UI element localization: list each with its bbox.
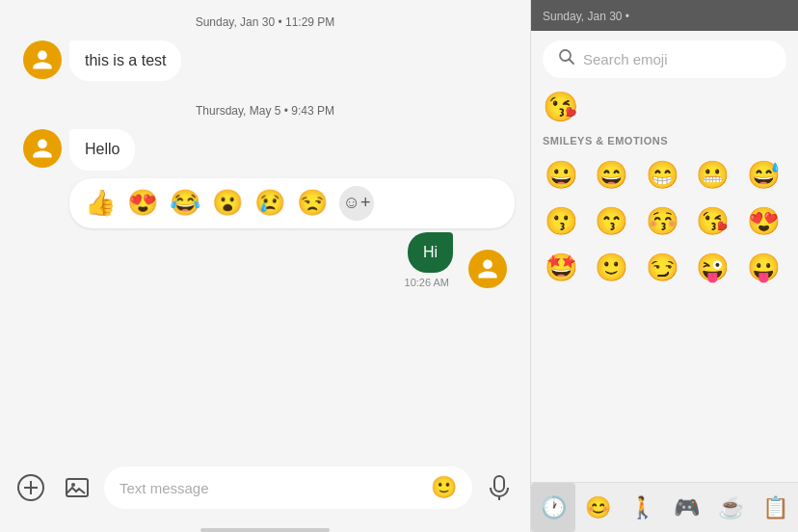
tab-activities[interactable]: 🎮 xyxy=(665,483,709,532)
symbol-tab-icon: 📋 xyxy=(762,495,788,520)
add-button[interactable] xyxy=(12,468,50,507)
reaction-expressionless[interactable]: 😒 xyxy=(297,188,328,218)
message-row-1: this is a test xyxy=(15,40,515,81)
activity-tab-icon: 🎮 xyxy=(674,495,700,520)
sent-message-wrapper: Hi 10:26 AM xyxy=(15,232,515,288)
add-reaction-button[interactable]: ☺+ xyxy=(339,186,374,221)
add-icon: ☺+ xyxy=(343,193,371,213)
image-button[interactable] xyxy=(58,468,96,507)
emoji-tab-bar: 🕐 😊 🚶 🎮 ☕ 📋 xyxy=(531,482,798,532)
input-icons: 🙂 xyxy=(431,475,457,500)
emoji-cell[interactable]: 😍 xyxy=(741,199,785,243)
emoji-date-label: Sunday, Jan 30 • xyxy=(543,10,629,23)
emoji-panel: Sunday, Jan 30 • Search emoji 😘 SMILEYS … xyxy=(530,0,798,532)
emoji-grid: 😀 😄 😁 😬 😅 😗 😙 😚 😘 😍 🤩 🙂 😏 😜 😛 xyxy=(531,152,798,289)
emoji-cell[interactable]: 😄 xyxy=(590,152,634,197)
emoji-cell[interactable]: 😘 xyxy=(691,199,735,243)
text-input-placeholder: Text message xyxy=(120,480,423,496)
message-bubble-3: Hi xyxy=(408,232,453,273)
emoji-search-input[interactable]: Search emoji xyxy=(543,40,786,78)
emoji-cell[interactable]: 🤩 xyxy=(539,245,583,289)
text-input-container[interactable]: Text message 🙂 xyxy=(104,466,472,509)
object-tab-icon: ☕ xyxy=(718,495,744,520)
emoji-cell[interactable]: 😀 xyxy=(539,152,583,197)
tab-smileys[interactable]: 😊 xyxy=(575,483,620,532)
emoji-cell[interactable]: 😛 xyxy=(741,245,785,289)
emoji-panel-header: Sunday, Jan 30 • xyxy=(531,0,798,31)
emoji-button[interactable]: 🙂 xyxy=(431,475,457,500)
emoji-cell[interactable]: 😏 xyxy=(640,245,684,289)
svg-line-8 xyxy=(570,60,574,65)
message-row-2: Hello xyxy=(15,129,515,170)
emoji-cell[interactable]: 😬 xyxy=(691,152,735,197)
emoji-search-bar: Search emoji xyxy=(531,31,798,86)
smiley-tab-icon: 😊 xyxy=(585,495,611,520)
person-icon-2 xyxy=(31,137,54,160)
svg-rect-5 xyxy=(494,476,504,492)
mic-button[interactable] xyxy=(480,468,519,507)
reaction-joy[interactable]: 😂 xyxy=(170,188,200,218)
emoji-cell[interactable]: 😁 xyxy=(640,152,684,197)
message-bubble-2: Hello xyxy=(69,129,135,170)
search-icon xyxy=(558,48,575,70)
person-tab-icon: 🚶 xyxy=(629,495,655,520)
tab-objects[interactable]: ☕ xyxy=(709,483,754,532)
plus-circle-icon xyxy=(17,474,44,501)
reaction-surprised[interactable]: 😮 xyxy=(212,188,243,218)
sent-time: 10:26 AM xyxy=(405,277,449,288)
scroll-indicator xyxy=(200,528,330,532)
emoji-cell[interactable]: 🙂 xyxy=(590,245,634,289)
recent-emoji-row: 😘 xyxy=(531,86,798,131)
avatar-2 xyxy=(23,129,62,168)
clock-icon: 🕐 xyxy=(541,495,567,520)
emoji-cell[interactable]: 😗 xyxy=(539,199,583,243)
emoji-cell[interactable]: 😚 xyxy=(640,199,684,243)
emoji-section-label: SMILEYS & EMOTIONS xyxy=(531,131,798,152)
avatar-3 xyxy=(468,250,507,288)
reaction-sad[interactable]: 😢 xyxy=(254,188,285,218)
messages-panel: Sunday, Jan 30 • 11:29 PM this is a test… xyxy=(0,0,530,532)
person-icon-3 xyxy=(476,257,499,280)
avatar-1 xyxy=(23,40,62,79)
tab-symbols[interactable]: 📋 xyxy=(754,483,798,532)
date-divider-1: Sunday, Jan 30 • 11:29 PM xyxy=(15,0,515,40)
input-bar: Text message 🙂 xyxy=(0,457,530,524)
message-bubble-1: this is a test xyxy=(69,40,181,81)
reaction-heart-eyes[interactable]: 😍 xyxy=(127,188,158,218)
date-divider-2: Thursday, May 5 • 9:43 PM xyxy=(15,89,515,129)
tab-recent[interactable]: 🕐 xyxy=(531,483,575,532)
image-icon xyxy=(64,474,91,501)
tab-people[interactable]: 🚶 xyxy=(620,483,664,532)
mic-icon xyxy=(488,474,511,501)
svg-point-4 xyxy=(71,483,75,487)
sent-bubble-wrapper: Hi 10:26 AM xyxy=(405,232,453,288)
recent-emoji[interactable]: 😘 xyxy=(543,90,578,123)
emoji-search-placeholder: Search emoji xyxy=(583,51,668,67)
person-icon-1 xyxy=(31,48,54,71)
messages-scroll: Sunday, Jan 30 • 11:29 PM this is a test… xyxy=(0,0,530,457)
emoji-cell[interactable]: 😙 xyxy=(590,199,634,243)
emoji-reactions: 👍 😍 😂 😮 😢 😒 ☺+ xyxy=(69,178,515,228)
emoji-cell[interactable]: 😜 xyxy=(691,245,735,289)
reaction-thumbsup[interactable]: 👍 xyxy=(85,188,116,218)
emoji-cell[interactable]: 😅 xyxy=(741,152,785,197)
sent-row: Hi 10:26 AM xyxy=(405,232,515,288)
